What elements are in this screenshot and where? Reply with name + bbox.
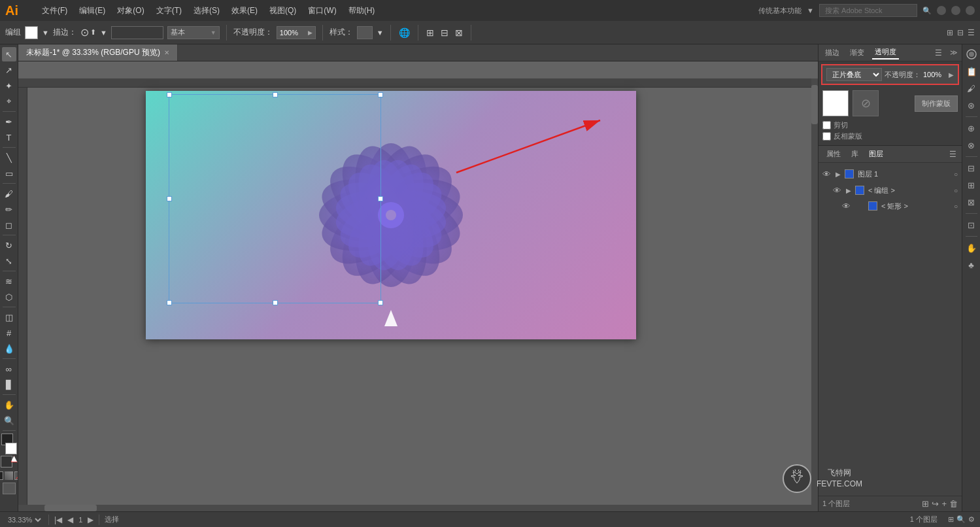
status-icon-3[interactable]: ⚙	[968, 515, 975, 524]
hand-tool[interactable]: ✋	[2, 398, 16, 412]
menu-window[interactable]: 窗口(W)	[303, 3, 341, 19]
direct-select-tool[interactable]: ↗	[2, 63, 16, 77]
align-objects-icon[interactable]: ⊞	[947, 28, 953, 37]
tab-transparency[interactable]: 透明度	[872, 46, 899, 60]
menu-effect[interactable]: 效果(E)	[226, 3, 263, 19]
artboard-icon[interactable]	[3, 483, 16, 494]
mask-placeholder[interactable]: ⊘	[853, 90, 879, 116]
image-trace-icon[interactable]: ⊡	[964, 218, 979, 232]
fill-arrow[interactable]: ▼	[42, 29, 49, 37]
eyedropper-tool[interactable]: 💧	[2, 341, 16, 356]
tab-library[interactable]: 库	[849, 148, 861, 160]
mask-white-swatch[interactable]	[822, 90, 849, 116]
gradient-tool[interactable]: ◫	[2, 310, 16, 324]
menu-text[interactable]: 文字(T)	[151, 3, 187, 19]
stroke-value-up[interactable]: ⊙	[80, 26, 89, 39]
shaper-icon[interactable]: ♣	[964, 258, 979, 272]
new-layer-icon[interactable]: +	[941, 499, 947, 509]
tab-stroke[interactable]: 描边	[822, 46, 842, 59]
move-to-layer-icon[interactable]: ↪	[932, 499, 939, 509]
magic-wand-tool[interactable]: ✦	[2, 78, 16, 93]
transform-icon[interactable]: ⊞	[425, 26, 435, 39]
free-transform-tool[interactable]: ⬡	[2, 290, 16, 304]
layer-expand-icon[interactable]: ▶	[836, 171, 841, 178]
sublayer-rect-vis-icon[interactable]: 👁	[842, 201, 853, 211]
style-swatch[interactable]	[357, 26, 373, 39]
maximize-button[interactable]	[951, 6, 960, 15]
active-tab[interactable]: 未标题-1* @ 33.33% (RGB/GPU 预览) ✕	[18, 44, 178, 61]
menu-help[interactable]: 帮助(H)	[343, 3, 380, 19]
tab-layers[interactable]: 图层	[866, 148, 886, 160]
search-icon[interactable]: 🔍	[922, 7, 932, 15]
select-tool[interactable]: ↖	[2, 47, 16, 61]
menu-file[interactable]: 文件(F)	[37, 3, 73, 19]
basic-arrow[interactable]: ▼	[211, 29, 216, 36]
tab-close-icon[interactable]: ✕	[164, 49, 169, 56]
rect-tool[interactable]: ▭	[2, 166, 16, 180]
layers-menu-button[interactable]: ☰	[949, 150, 956, 159]
delete-layer-icon[interactable]: 🗑	[949, 499, 958, 509]
transform-icon-strip[interactable]: ⊞	[964, 178, 979, 192]
status-icon-2[interactable]: 🔍	[956, 515, 966, 524]
panel-menu-button[interactable]: ☰	[935, 48, 942, 58]
pathfinder-icon[interactable]: ⊠	[454, 26, 464, 39]
blend-tool[interactable]: ∞	[2, 362, 16, 376]
symbols-icon[interactable]: ⊛	[964, 98, 979, 112]
zoom-select[interactable]: 33.33%	[5, 515, 43, 524]
lasso-tool[interactable]: ⌖	[2, 94, 16, 109]
dropdown-arrow[interactable]: ▼	[807, 7, 814, 14]
color-icon[interactable]	[0, 471, 3, 480]
fill-swatch[interactable]	[25, 26, 38, 39]
pen-tool[interactable]: ✒	[2, 114, 16, 129]
color-panel-icon[interactable]	[964, 47, 979, 61]
status-icon-1[interactable]: ⊞	[948, 515, 954, 524]
opacity-expand-icon[interactable]: ▶	[949, 71, 954, 78]
style-arrow[interactable]: ▼	[377, 29, 384, 37]
sublayer-group[interactable]: 👁 ▶ < 编组 > ○	[819, 182, 962, 198]
horizontal-scrollbar-thumb[interactable]	[44, 505, 97, 511]
sublayer-rect[interactable]: 👁 < 矩形 > ○	[819, 198, 962, 214]
opacity-input[interactable]: 100% ▶	[277, 26, 316, 39]
opacity-arrow[interactable]: ▶	[308, 29, 313, 36]
first-page-button[interactable]: |◀	[54, 515, 62, 524]
pencil-tool[interactable]: ✏	[2, 202, 16, 216]
chart-tool[interactable]: ▊	[2, 377, 16, 392]
blend-mode-select[interactable]: 正片叠底	[826, 68, 882, 81]
minimize-button[interactable]	[937, 6, 946, 15]
distrib-icon[interactable]: ⊟	[957, 28, 964, 37]
vertical-scrollbar[interactable]	[811, 78, 818, 511]
stroke-arrows[interactable]: ⬆	[90, 28, 96, 37]
stroke-indicator[interactable]	[1, 456, 12, 468]
brush-tool[interactable]: 🖌	[2, 186, 16, 201]
menu-object[interactable]: 对象(O)	[112, 3, 149, 19]
stroke-input[interactable]	[111, 26, 163, 39]
sublayer-vis-icon[interactable]: 👁	[833, 186, 843, 196]
layer-visibility-icon[interactable]: 👁	[822, 169, 833, 179]
menu-edit[interactable]: 编辑(E)	[74, 3, 110, 19]
prev-page-button[interactable]: ◀	[67, 515, 73, 524]
search-input[interactable]	[819, 4, 917, 17]
background-color[interactable]	[5, 443, 17, 454]
artboard[interactable]	[146, 91, 636, 339]
more-options-icon[interactable]: ☰	[968, 28, 975, 37]
stroke-selector[interactable]: ▼	[100, 29, 107, 37]
next-page-button[interactable]: ▶	[88, 515, 93, 524]
horizontal-scrollbar[interactable]	[18, 505, 811, 511]
stroke-dropdown[interactable]: 基本 ▼	[167, 26, 220, 39]
globe-icon[interactable]: 🌐	[397, 26, 411, 39]
gradient-icon[interactable]	[5, 471, 13, 480]
align-icon-strip[interactable]: ⊟	[964, 161, 979, 175]
swatches-icon[interactable]: 📋	[964, 64, 979, 78]
brushes-icon[interactable]: 🖌	[964, 81, 979, 95]
appearance-icon[interactable]: ⊗	[964, 138, 979, 152]
warp-tool[interactable]: ≋	[2, 274, 16, 288]
zoom-tool[interactable]: 🔍	[2, 413, 16, 428]
layer-item-1[interactable]: 👁 ▶ 图层 1 ○	[819, 165, 962, 182]
rotate-tool[interactable]: ↻	[2, 238, 16, 252]
sublayer-expand-icon[interactable]: ▶	[846, 187, 851, 194]
tab-properties[interactable]: 属性	[824, 148, 843, 160]
tab-gradient[interactable]: 渐变	[847, 46, 867, 59]
menu-view[interactable]: 视图(Q)	[264, 3, 301, 19]
line-tool[interactable]: ╲	[2, 150, 16, 165]
mesh-tool[interactable]: #	[2, 326, 16, 340]
